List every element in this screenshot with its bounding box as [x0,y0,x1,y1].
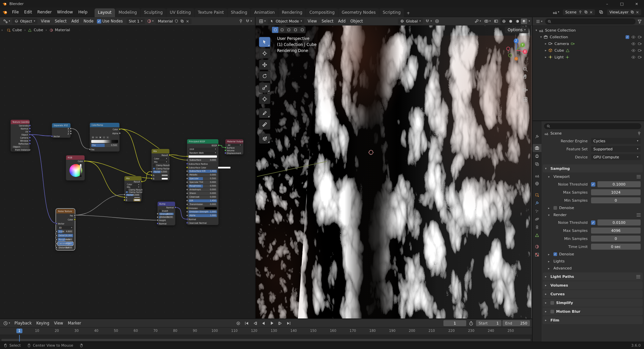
output-socket[interactable] [70,133,72,135]
minimize-button[interactable]: – [600,0,614,7]
pan-hand-icon[interactable] [522,73,528,80]
input-socket[interactable] [89,148,91,150]
property-checkbox[interactable]: ✓ [591,220,595,225]
node-row-factor[interactable]: Factor0.500 [152,170,169,173]
material-browse-button[interactable]: ▾ [146,18,155,24]
viewlayer-selector[interactable]: ViewLayer × [607,9,641,15]
viewport-menu-view[interactable]: View [305,18,319,24]
disclosure-icon[interactable]: ▸ [545,292,548,296]
input-socket[interactable] [186,218,188,220]
node-canvas[interactable]: › Cube›Cube›Material Texture CoordinateG… [0,26,255,318]
node-row-z[interactable]: Z [52,133,70,135]
node-dropdown[interactable]: Mix▾ [126,186,140,188]
breadcrumb-item[interactable]: Material [55,28,70,32]
property-dropdown[interactable]: GPU Compute▾ [591,154,641,160]
unlink-scene-icon[interactable]: × [590,10,593,14]
menu-render[interactable]: Render [35,9,54,15]
node-row-alpha[interactable]: Alpha [90,131,119,135]
node-row-result[interactable]: Result [124,181,142,183]
render-visibility-camera-icon[interactable] [638,48,642,53]
viewport-canvas[interactable]: Options ▾ User Perspective (1) Collectio… [256,26,532,318]
node-row-clearcoat[interactable]: Clearcoat0.000 [187,195,218,199]
input-socket[interactable] [186,174,188,176]
disclosure-icon[interactable]: ▸ [543,42,548,45]
tool-cursor[interactable] [259,48,270,58]
property-number-field[interactable]: 1024 [591,189,641,195]
filter-icon[interactable] [637,19,642,24]
frame-start-field[interactable]: Start1 [476,320,501,326]
properties-tab-material[interactable] [533,243,541,251]
output-socket[interactable] [29,124,31,127]
output-socket[interactable] [169,154,171,156]
tool-measure[interactable] [259,119,270,130]
next-keyframe-button[interactable] [277,320,284,327]
node-row-y[interactable]: Y [52,130,70,133]
output-socket[interactable] [29,140,31,142]
input-socket[interactable] [151,174,153,176]
property-number-field[interactable]: 0.0100 [597,219,641,226]
input-socket[interactable] [186,159,188,161]
properties-tab-particles[interactable] [533,207,541,215]
node-row-emission-strength[interactable]: Emission Strength1.000 [187,210,218,214]
shader-menu-view[interactable]: View [39,18,52,24]
input-socket[interactable] [55,243,57,245]
menu-file[interactable]: File [9,9,21,15]
input-socket[interactable] [186,211,188,213]
properties-tab-object[interactable] [533,191,541,199]
close-button[interactable]: × [629,0,644,7]
node-row-displacement[interactable]: Displacement [225,152,243,154]
timeline-menu-keying[interactable]: Keying [34,320,52,327]
property-number-field[interactable]: 0 sec [591,244,641,250]
tab-rendering[interactable]: Rendering [278,8,306,17]
panel-viewport[interactable]: ▾Viewport [541,173,644,180]
editor-type-button[interactable]: ▾ [258,18,267,24]
value-slider[interactable]: Anisotropic0.000 [189,188,217,191]
node-field[interactable]: Object: [12,146,28,148]
node-row-subsurface-radius[interactable]: Subsurface Radius [187,162,218,166]
ramp-control-button[interactable]: ‹ [103,136,105,138]
input-socket[interactable] [186,163,188,165]
use-preview-range-icon[interactable] [469,321,474,326]
node-row-b[interactable]: B [124,199,142,201]
value-slider[interactable]: Pos0.500 [91,144,118,147]
shader-menu-select[interactable]: Select [52,18,69,24]
property-number-field[interactable]: 4096 [591,228,641,234]
snapping-button[interactable]: ▾ [424,18,433,24]
node-header[interactable]: Mix [152,149,169,153]
properties-tab-constraints[interactable] [533,223,541,231]
panel-simplify[interactable]: ▸Simplify [543,299,643,307]
node-checkbox[interactable] [159,210,161,212]
input-socket[interactable] [186,189,188,191]
camera-view-icon[interactable] [522,87,528,93]
shader-menu-add[interactable]: Add [69,18,81,24]
gradient-bar[interactable] [91,140,118,143]
output-socket[interactable] [70,130,72,132]
maximize-button[interactable]: □ [614,0,629,7]
tool-transform[interactable] [259,94,270,104]
outliner-row-cube[interactable]: ▸Cube [533,47,644,54]
node-row-drop[interactable]: Color▾ [152,157,169,160]
node-row-object:[interactable]: Object: [11,145,30,148]
zoom-icon[interactable] [522,66,528,72]
node-row-generated[interactable]: Generated [11,124,30,127]
output-socket[interactable] [119,128,121,130]
value-slider[interactable]: Subsurface0.000 [189,159,217,162]
output-socket[interactable] [29,131,31,133]
panel-render[interactable]: ▾Render [541,211,644,218]
value-slider[interactable]: Lacunarity2.180 [58,242,73,245]
new-scene-icon[interactable] [584,10,588,14]
node-row-roughness[interactable]: Roughness0.500 [56,238,74,242]
input-socket[interactable] [224,152,226,154]
input-socket[interactable] [186,181,188,183]
input-socket[interactable] [224,147,226,149]
output-socket[interactable] [29,128,31,130]
color-swatch[interactable] [218,166,230,169]
ramp-control-button[interactable]: › [106,136,109,138]
render-visibility-camera-icon[interactable] [638,42,642,46]
value-slider[interactable]: Distortion0.000 [58,246,73,249]
node-row-alpha[interactable]: Alpha1.000 [187,214,218,217]
node-row-drop[interactable]: 3D▾ [56,226,74,230]
panel-menu-icon[interactable] [637,213,641,216]
playhead[interactable] [19,335,20,342]
collection-checkbox[interactable]: ✓ [626,35,629,39]
